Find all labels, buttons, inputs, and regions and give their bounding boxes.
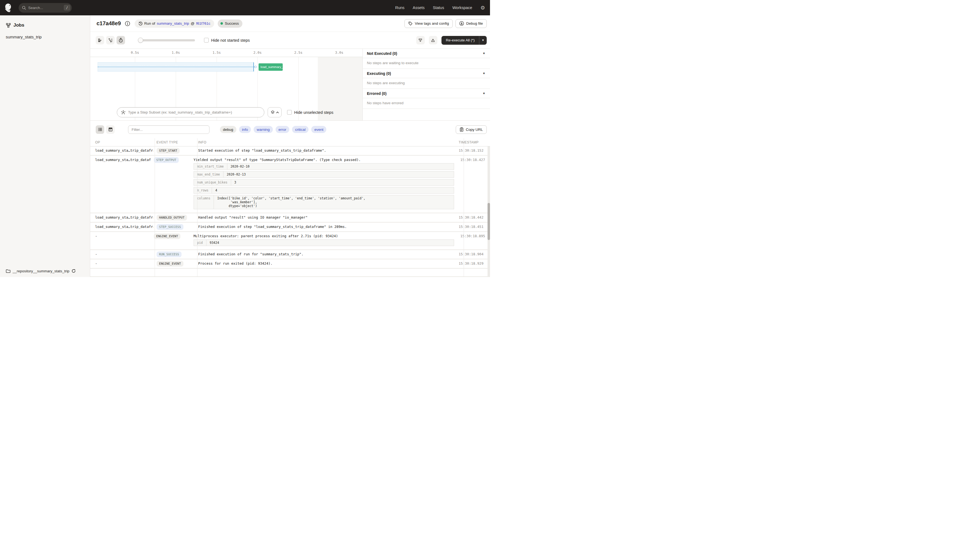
log-level-pill-debug[interactable]: debug bbox=[220, 126, 236, 133]
status-section-header[interactable]: Not Executed (0)▼ bbox=[363, 49, 490, 58]
hide-unselected-checkbox[interactable] bbox=[287, 110, 292, 115]
log-row[interactable]: -ENGINE_EVENTProcess for run exited (pid… bbox=[90, 259, 490, 269]
layers-icon bbox=[270, 110, 275, 115]
metadata-key: num_unique_bikes bbox=[194, 179, 231, 185]
search-shortcut-key: / bbox=[64, 5, 70, 10]
log-row[interactable]: -RUN_SUCCESSFinished execution of run fo… bbox=[90, 250, 490, 259]
log-timestamp-cell[interactable]: 15:30:18.904 bbox=[455, 250, 490, 259]
axis-tick-label: 2.5s bbox=[294, 51, 302, 54]
gantt-flat-view-button[interactable] bbox=[96, 36, 104, 45]
log-level-pill-error[interactable]: error bbox=[275, 126, 290, 133]
log-filter-input[interactable]: Filter... bbox=[128, 125, 210, 134]
debug-file-button[interactable]: Debug file bbox=[455, 19, 487, 28]
metadata-value: 2020-02-10 bbox=[228, 164, 253, 169]
log-section: Filter... debuginfowarningerrorcriticale… bbox=[90, 121, 490, 277]
reload-repository-icon[interactable] bbox=[72, 269, 76, 273]
column-header-op: OP bbox=[90, 140, 153, 144]
repository-footer[interactable]: __repository__summary_stats_trip bbox=[6, 269, 76, 273]
sidebar: Jobs summary_stats_trip __repository__su… bbox=[0, 15, 90, 277]
scroll-to-top-button[interactable] bbox=[429, 36, 438, 45]
tag-icon bbox=[408, 21, 413, 26]
log-op-cell: - bbox=[90, 232, 151, 249]
log-timestamp-cell[interactable]: 15:30:18.442 bbox=[455, 213, 490, 222]
log-row[interactable]: load_summary_sta…trip_dataframeHANDLED_O… bbox=[90, 213, 490, 223]
event-type-tag: ENGINE_EVENT bbox=[154, 233, 180, 239]
log-info-cell: Handled output "result" using IO manager… bbox=[195, 213, 455, 222]
chevron-down-icon[interactable]: ▼ bbox=[483, 72, 485, 75]
snapshot-link[interactable]: f61f761c bbox=[196, 21, 210, 25]
log-filter-placeholder: Filter... bbox=[132, 127, 143, 132]
gantt-timed-view-button[interactable] bbox=[116, 36, 125, 45]
reexecute-dropdown-caret[interactable]: ▼ bbox=[479, 36, 487, 45]
scroll-to-bottom-button[interactable] bbox=[416, 36, 425, 45]
log-info-text: Finished execution of step "load_summary… bbox=[198, 224, 451, 229]
log-info-cell: Finished execution of step "load_summary… bbox=[195, 223, 455, 231]
nav-link-workspace[interactable]: Workspace bbox=[452, 5, 472, 10]
log-toolbar: Filter... debuginfowarningerrorcriticale… bbox=[90, 121, 490, 138]
log-timestamp-cell[interactable]: 15:30:18.929 bbox=[455, 259, 490, 268]
log-info-text: Finished execution of run for "summary_s… bbox=[198, 252, 451, 256]
sidebar-item-job[interactable]: summary_stats_trip bbox=[0, 35, 90, 39]
copy-url-button[interactable]: Copy URL bbox=[456, 125, 487, 134]
log-row[interactable]: load_summary_sta…trip_dataframeSTEP_SUCC… bbox=[90, 223, 490, 232]
chevron-down-icon[interactable]: ▼ bbox=[483, 52, 485, 55]
gear-icon[interactable]: ⚙ bbox=[480, 5, 485, 10]
nav-link-status[interactable]: Status bbox=[433, 5, 444, 10]
hide-not-started-checkbox-row[interactable]: Hide not started steps bbox=[204, 38, 250, 43]
nav-link-runs[interactable]: Runs bbox=[395, 5, 404, 10]
info-icon[interactable] bbox=[125, 21, 130, 26]
log-level-pill-warning[interactable]: warning bbox=[254, 126, 272, 133]
log-structured-view-button[interactable] bbox=[106, 125, 115, 134]
step-subset-input[interactable]: Type a Step Subset (ex: load_summary_sta… bbox=[117, 107, 264, 117]
metadata-key: min_start_time bbox=[194, 164, 228, 169]
search-input[interactable]: Search... / bbox=[19, 3, 72, 13]
log-timestamp-cell[interactable]: 15:30:18.451 bbox=[455, 223, 490, 231]
hide-unselected-checkbox-row[interactable]: Hide unselected steps bbox=[287, 110, 333, 115]
log-op-cell: load_summary_sta…trip_dataframe bbox=[90, 156, 151, 213]
status-section-title: Executing (0) bbox=[367, 71, 391, 76]
log-list-view-button[interactable] bbox=[96, 125, 104, 134]
gantt-waterfall-view-button[interactable] bbox=[106, 36, 115, 45]
status-badge: Success bbox=[218, 19, 242, 28]
log-scrollbar-thumb[interactable] bbox=[488, 203, 490, 240]
slider-knob[interactable] bbox=[138, 38, 143, 43]
chevron-down-icon[interactable]: ▼ bbox=[483, 92, 485, 95]
hide-unselected-label: Hide unselected steps bbox=[294, 110, 333, 115]
metadata-value: 2020-02-13 bbox=[223, 171, 249, 177]
gantt-dependency-marker bbox=[255, 66, 257, 68]
log-row[interactable]: load_summary_sta…trip_dataframeSTEP_OUTP… bbox=[90, 156, 490, 213]
log-info-text: Handled output "result" using IO manager… bbox=[198, 215, 451, 220]
log-row[interactable]: load_summary_sta…trip_dataframeSTEP_STAR… bbox=[90, 146, 490, 156]
log-level-pill-info[interactable]: info bbox=[239, 126, 251, 133]
reexecute-all-button[interactable]: Re-execute All (*) bbox=[441, 36, 479, 45]
log-row[interactable]: -ENGINE_EVENTMultiprocess executor: pare… bbox=[90, 232, 490, 250]
hide-not-started-checkbox[interactable] bbox=[204, 38, 208, 43]
log-timestamp-cell[interactable]: 15:30:18.427 bbox=[457, 156, 490, 213]
copy-url-label: Copy URL bbox=[466, 127, 483, 132]
log-event-type-cell: ENGINE_EVENT bbox=[151, 232, 190, 249]
metadata-value: 4 bbox=[212, 187, 220, 193]
metadata-key: pid bbox=[194, 240, 207, 246]
log-timestamp-cell[interactable]: 15:30:18.895 bbox=[457, 232, 490, 249]
log-timestamp-cell[interactable]: 15:30:18.152 bbox=[455, 146, 490, 155]
gantt-waiting-dotted-line bbox=[98, 67, 255, 67]
event-type-tag: ENGINE_EVENT bbox=[157, 261, 183, 267]
view-tags-config-button[interactable]: View tags and config bbox=[404, 19, 453, 28]
graph-query-presets-button[interactable] bbox=[267, 107, 282, 117]
gantt-step-bar[interactable]: load_summary_ bbox=[259, 64, 283, 71]
log-level-pill-event[interactable]: event bbox=[311, 126, 326, 133]
log-level-pill-critical[interactable]: critical bbox=[292, 126, 309, 133]
graph-query-icon bbox=[121, 110, 126, 115]
gantt-zoom-slider[interactable] bbox=[138, 38, 195, 43]
event-type-tag: STEP_SUCCESS bbox=[157, 224, 183, 230]
status-section-header[interactable]: Errored (0)▼ bbox=[363, 89, 490, 98]
log-event-type-cell: STEP_OUTPUT bbox=[151, 156, 190, 213]
column-header-timestamp: TIMESTAMP bbox=[455, 140, 490, 144]
nav-link-assets[interactable]: Assets bbox=[413, 5, 425, 10]
job-link[interactable]: summary_stats_trip bbox=[157, 21, 189, 25]
dagster-logo[interactable] bbox=[4, 3, 13, 12]
jobs-header: Jobs bbox=[0, 15, 90, 28]
run-id: c17a48e9 bbox=[97, 20, 121, 27]
status-section-header[interactable]: Executing (0)▼ bbox=[363, 69, 490, 78]
gantt-toolbar: Hide not started steps Re-execute A bbox=[90, 32, 490, 49]
